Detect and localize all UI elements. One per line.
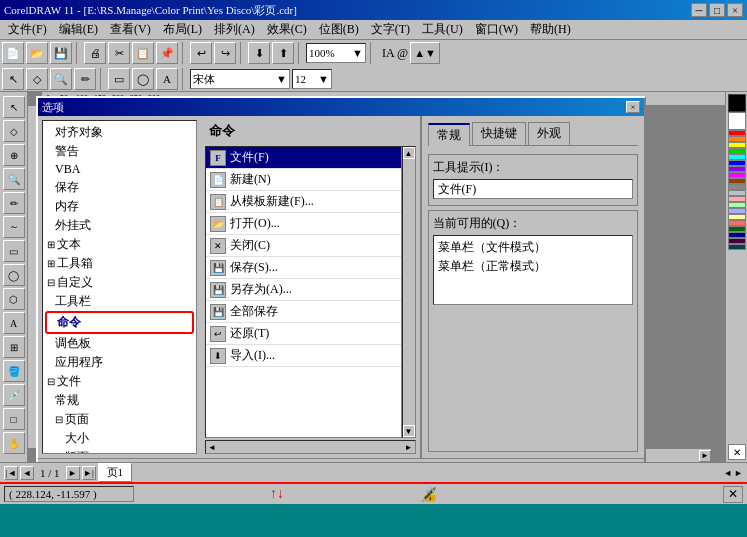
font-combo[interactable]: 宋体 ▼ [190,69,290,89]
page-tab-1[interactable]: 页1 [98,463,133,482]
status-close-icon[interactable]: ✕ [723,486,743,503]
tool-smart[interactable]: ～ [3,216,25,238]
tree-item-memory[interactable]: 内存 [45,197,194,216]
zoom-btn[interactable]: 🔍 [50,68,72,90]
tree-item-toolbox[interactable]: ⊞工具箱 [45,254,194,273]
tooltip-field[interactable]: 文件(F) [433,179,634,199]
tool-outline[interactable]: □ [3,408,25,430]
menu-file[interactable]: 文件(F) [2,19,53,40]
menu-layout[interactable]: 布局(L) [157,19,208,40]
cut-btn[interactable]: ✂ [108,42,130,64]
tool-node[interactable]: ◇ [3,120,25,142]
new-btn[interactable]: 📄 [2,42,24,64]
open-btn[interactable]: 📂 [26,42,48,64]
tool-zoom[interactable]: 🔍 [3,168,25,190]
cmd-hscroll-left[interactable]: ◄ [206,443,218,452]
cmd-new[interactable]: 📄 新建(N) [206,169,401,191]
export-btn[interactable]: ⬆ [272,42,294,64]
tool-text[interactable]: A [3,312,25,334]
print-btn[interactable]: 🖨 [84,42,106,64]
list-item-2[interactable]: 菜单栏（正常模式） [436,257,631,276]
tree-item-warning[interactable]: 警告 [45,142,194,161]
save-btn[interactable]: 💾 [50,42,72,64]
text-btn[interactable]: A [156,68,178,90]
tab-appearance[interactable]: 外观 [528,122,570,145]
menu-bitmap[interactable]: 位图(B) [313,19,365,40]
freehand-btn[interactable]: ✏ [74,68,96,90]
tab-shortcut[interactable]: 快捷键 [472,122,526,145]
rect-btn[interactable]: ▭ [108,68,130,90]
menu-tools[interactable]: 工具(U) [416,19,469,40]
tool-poly[interactable]: ⬡ [3,288,25,310]
cmd-revert[interactable]: ↩ 还原(T) [206,323,401,345]
tree-item-palette[interactable]: 调色板 [45,334,194,353]
app-btn[interactable]: ▲▼ [410,42,440,64]
menu-window[interactable]: 窗口(W) [469,19,524,40]
tree-item-size[interactable]: 大小 [45,429,194,448]
import-btn[interactable]: ⬇ [248,42,270,64]
cmd-scroll-up[interactable]: ▲ [403,147,415,159]
menu-help[interactable]: 帮助(H) [524,19,577,40]
cmd-saveall[interactable]: 💾 全部保存 [206,301,401,323]
hscroll-right[interactable]: ► [699,450,711,462]
zoom-combo[interactable]: 100% ▼ [306,43,366,63]
menu-effects[interactable]: 效果(C) [261,19,313,40]
tree-item-layout[interactable]: 版面 [45,448,194,454]
tool-eyedrop[interactable]: 💉 [3,384,25,406]
undo-btn[interactable]: ↩ [190,42,212,64]
cmd-open[interactable]: 📂 打开(O)... [206,213,401,235]
tab-general[interactable]: 常规 [428,123,470,146]
tool-crop[interactable]: ⊕ [3,144,25,166]
tree-item-plugin[interactable]: 外挂式 [45,216,194,235]
minimize-button[interactable]: ─ [691,3,707,17]
cmd-import[interactable]: ⬇ 导入(I)... [206,345,401,367]
menu-view[interactable]: 查看(V) [104,19,157,40]
cmd-close[interactable]: ✕ 关闭(C) [206,235,401,257]
menu-edit[interactable]: 编辑(E) [53,19,104,40]
tool-rect[interactable]: ▭ [3,240,25,262]
tool-table[interactable]: ⊞ [3,336,25,358]
tool-ellipse[interactable]: ◯ [3,264,25,286]
tree-item-app[interactable]: 应用程序 [45,353,194,372]
redo-btn[interactable]: ↪ [214,42,236,64]
tool-fill[interactable]: 🪣 [3,360,25,382]
tree-item-command[interactable]: 命令 [45,311,194,334]
page-last-btn[interactable]: ►| [82,466,96,480]
cmd-file[interactable]: F 文件(F) [206,147,401,169]
tree-item-vba[interactable]: VBA [45,161,194,178]
cmd-hscrollbar[interactable]: ◄ ► [205,440,416,454]
cmd-hscroll-right[interactable]: ► [403,443,415,452]
cmd-saveas[interactable]: 💾 另存为(A)... [206,279,401,301]
cmd-template[interactable]: 📋 从模板新建(F)... [206,191,401,213]
tool-freehand[interactable]: ✏ [3,192,25,214]
list-item-1[interactable]: 菜单栏（文件模式） [436,238,631,257]
node-btn[interactable]: ◇ [26,68,48,90]
tree-item-page[interactable]: ⊟页面 [45,410,194,429]
menu-text[interactable]: 文字(T) [365,19,416,40]
cmd-save[interactable]: 💾 保存(S)... [206,257,401,279]
page-scroll-left[interactable]: ◄ [723,468,732,478]
cmd-scroll-down[interactable]: ▼ [403,425,415,437]
copy-btn[interactable]: 📋 [132,42,154,64]
color-none[interactable]: ✕ [728,444,746,460]
tree-item-text[interactable]: ⊞文本 [45,235,194,254]
tool-hand[interactable]: ✋ [3,432,25,454]
tree-item-save[interactable]: 保存 [45,178,194,197]
color-swatch-black[interactable] [728,94,746,112]
cmd-scrollbar[interactable]: ▲ ▼ [402,146,416,438]
color-swatch-white[interactable] [728,112,746,130]
page-prev-btn[interactable]: ◄ [20,466,34,480]
page-next-btn[interactable]: ► [66,466,80,480]
ellipse-btn[interactable]: ◯ [132,68,154,90]
tree-item-customize[interactable]: ⊟自定义 [45,273,194,292]
tree-item-align[interactable]: 对齐对象 [45,123,194,142]
tree-item-general[interactable]: 常规 [45,391,194,410]
dialog-close-button[interactable]: × [626,101,640,113]
maximize-button[interactable]: □ [709,3,725,17]
fontsize-combo[interactable]: 12 ▼ [292,69,332,89]
page-first-btn[interactable]: |◄ [4,466,18,480]
close-button[interactable]: × [727,3,743,17]
tree-item-file[interactable]: ⊟文件 [45,372,194,391]
page-scroll-right[interactable]: ► [734,468,743,478]
paste-btn[interactable]: 📌 [156,42,178,64]
